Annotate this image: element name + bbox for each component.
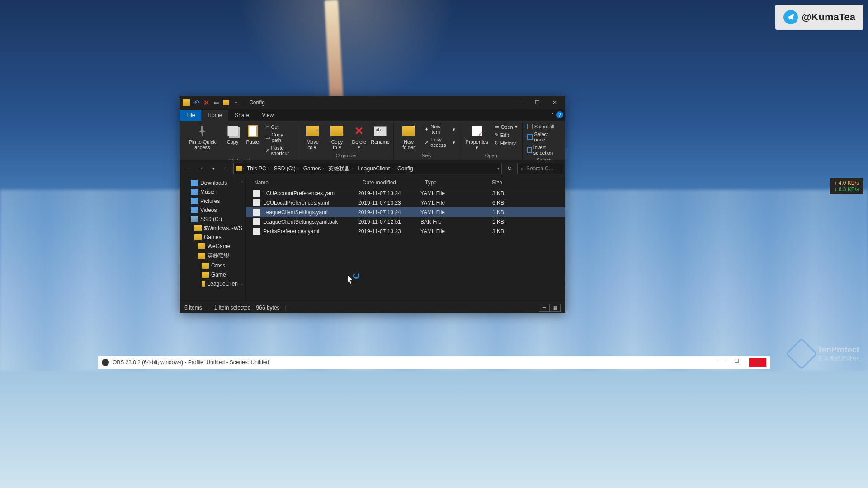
new-item-button[interactable]: ✦New item ▾ [423, 123, 457, 136]
drive-icon [191, 216, 198, 222]
title-bar[interactable]: ↶ ✕ ▭ ▾ | Config — ☐ ✕ [180, 96, 565, 109]
obs-taskbar-window[interactable]: OBS 23.0.2 (64-bit, windows) - Profile: … [98, 356, 770, 369]
delete-button[interactable]: ✕ Delete▾ [350, 123, 368, 151]
file-size: 1 KB [472, 219, 504, 225]
sidebar-videos[interactable]: Videos [180, 206, 245, 215]
sidebar-lol-folder[interactable]: 英雄联盟 [180, 251, 245, 261]
column-type[interactable]: Type [420, 179, 472, 186]
sidebar-pictures[interactable]: Pictures [180, 197, 245, 206]
file-date: 2019-11-07 13:24 [358, 190, 420, 197]
address-bar[interactable]: › This PC› SSD (C:)› Games› 英雄联盟› League… [233, 163, 502, 174]
obs-minimize-button[interactable]: — [719, 358, 724, 367]
redo-button[interactable]: ✕ [202, 98, 211, 107]
paste-shortcut-button[interactable]: ↗Paste shortcut [264, 144, 295, 157]
telegram-icon [783, 10, 798, 24]
breadcrumb-games[interactable]: Games› [302, 164, 326, 173]
tab-file[interactable]: File [180, 110, 201, 121]
invert-selection-button[interactable]: Invert selection [525, 144, 562, 156]
sidebar-game-folder[interactable]: Game [180, 270, 245, 279]
breadcrumb-config[interactable]: Config [396, 164, 415, 173]
new-folder-qat-button[interactable] [222, 98, 231, 107]
minimize-button[interactable]: — [510, 97, 528, 108]
copy-to-button[interactable]: Copy to ▾ [326, 123, 349, 151]
music-icon [191, 189, 198, 195]
history-button[interactable]: ↻History [493, 139, 519, 147]
copy-path-button[interactable]: ▭Copy path [264, 131, 295, 144]
close-button[interactable]: ✕ [546, 97, 563, 108]
pin-to-quick-access-button[interactable]: Pin to Quick access [183, 123, 222, 151]
column-size[interactable]: Size [472, 179, 507, 186]
folder-icon [198, 243, 205, 249]
file-row[interactable]: LeagueClientSettings.yaml.bak 2019-11-07… [246, 217, 565, 226]
properties-button[interactable]: Properties▾ [463, 123, 491, 151]
copy-to-icon [330, 126, 343, 136]
file-explorer-window: ↶ ✕ ▭ ▾ | Config — ☐ ✕ File Home Share V… [180, 96, 565, 313]
select-all-icon [527, 124, 533, 129]
window-title: Config [249, 99, 265, 106]
tab-home[interactable]: Home [201, 110, 228, 121]
properties-qat-button[interactable]: ▭ [212, 98, 221, 107]
sidebar-downloads[interactable]: Downloads⌃ [180, 178, 245, 188]
obs-title: OBS 23.0.2 (64-bit, windows) - Profile: … [113, 359, 269, 366]
file-type: YAML File [420, 200, 472, 206]
sidebar-leagueclient-folder[interactable]: LeagueClien⌄ [180, 279, 245, 288]
move-to-button[interactable]: Move to ▾ [301, 123, 324, 151]
status-item-count: 5 items [184, 305, 202, 311]
sidebar-games-folder[interactable]: Games [180, 233, 245, 242]
forward-button[interactable]: → [195, 163, 206, 174]
sidebar-wegame-folder[interactable]: WeGame [180, 242, 245, 251]
undo-button[interactable]: ↶ [192, 98, 201, 107]
tenprotect-logo-icon [786, 338, 818, 370]
rename-button[interactable]: Rename [370, 123, 390, 145]
open-button[interactable]: ▭Open ▾ [493, 123, 519, 131]
easy-access-button[interactable]: ↗Easy access ▾ [423, 136, 457, 149]
obs-close-button[interactable]: ✕ [749, 358, 766, 367]
select-none-button[interactable]: Select none [525, 131, 562, 143]
breadcrumb-ssd[interactable]: SSD (C:)› [272, 164, 301, 173]
folder-icon [202, 281, 205, 287]
breadcrumb-lol[interactable]: 英雄联盟› [326, 164, 355, 174]
navigation-bar: ← → ▾ ↑ › This PC› SSD (C:)› Games› 英雄联盟… [180, 160, 565, 177]
sidebar-ssd[interactable]: SSD (C:) [180, 215, 245, 224]
column-name[interactable]: Name [246, 179, 358, 186]
file-row[interactable]: LeagueClientSettings.yaml 2019-11-07 13:… [246, 207, 565, 217]
help-button[interactable]: ? [556, 111, 563, 118]
file-row[interactable]: PerksPreferences.yaml 2019-11-07 13:23 Y… [246, 226, 565, 236]
breadcrumb-leagueclient[interactable]: LeagueClient› [356, 164, 395, 173]
paste-button[interactable]: Paste [244, 123, 262, 145]
file-list-area[interactable]: Name Date modified Type Size LCUAccountP… [246, 177, 565, 302]
tab-share[interactable]: Share [228, 110, 255, 121]
column-headers[interactable]: Name Date modified Type Size [246, 177, 565, 188]
navigation-pane[interactable]: Downloads⌃ Music Pictures Videos SSD (C:… [180, 177, 246, 302]
back-button[interactable]: ← [183, 163, 193, 174]
file-size: 3 KB [472, 228, 504, 235]
pin-icon [197, 126, 208, 136]
maximize-button[interactable]: ☐ [528, 97, 546, 108]
new-folder-button[interactable]: New folder [396, 123, 421, 151]
sidebar-music[interactable]: Music [180, 188, 245, 197]
obs-maximize-button[interactable]: ☐ [734, 358, 739, 367]
recent-dropdown[interactable]: ▾ [208, 163, 219, 174]
new-item-icon: ✦ [425, 127, 429, 132]
file-type: YAML File [420, 209, 472, 216]
tenprotect-overlay: TenProtect 安全系统启动中... [790, 343, 863, 365]
file-row[interactable]: LCUAccountPreferences.yaml 2019-11-07 13… [246, 188, 565, 198]
thumbnails-view-button[interactable]: ▦ [550, 304, 561, 312]
copy-button[interactable]: Copy [224, 123, 242, 145]
tab-view[interactable]: View [255, 110, 280, 121]
file-row[interactable]: LCULocalPreferences.yaml 2019-11-07 13:2… [246, 198, 565, 207]
up-button[interactable]: ↑ [221, 163, 231, 174]
column-date[interactable]: Date modified [358, 179, 420, 186]
address-dropdown[interactable]: ▾ [497, 166, 500, 171]
edit-button[interactable]: ✎Edit [493, 131, 519, 139]
sidebar-windows-folder[interactable]: $Windows.~WS [180, 224, 245, 233]
breadcrumb-this-pc[interactable]: This PC› [245, 164, 271, 173]
select-all-button[interactable]: Select all [525, 123, 562, 130]
refresh-button[interactable]: ↻ [504, 163, 515, 174]
search-input[interactable]: ⌕ Search C... [517, 163, 562, 174]
details-view-button[interactable]: ☰ [539, 304, 550, 312]
collapse-ribbon-button[interactable]: ⌃ [551, 113, 554, 117]
sidebar-cross-folder[interactable]: Cross [180, 261, 245, 270]
cut-button[interactable]: ✂Cut [264, 123, 295, 131]
qat-dropdown[interactable]: ▾ [231, 98, 241, 107]
